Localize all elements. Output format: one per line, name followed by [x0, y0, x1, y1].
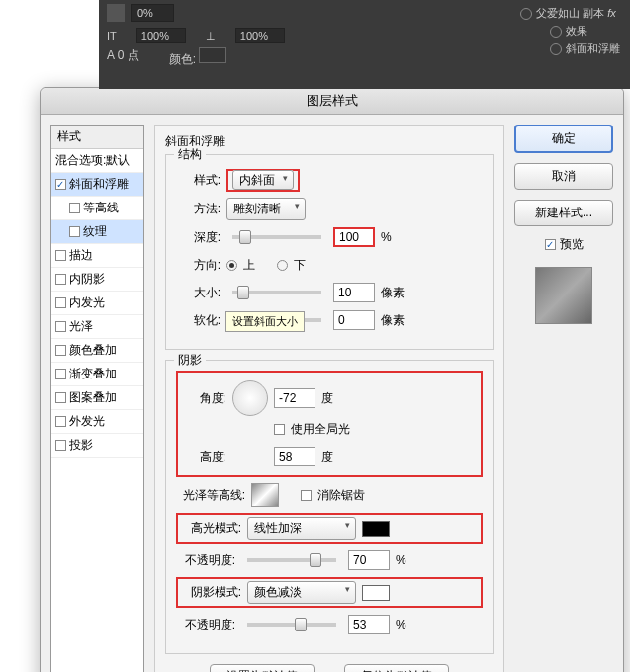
size-input-b[interactable] — [235, 28, 285, 43]
highlight-mode-select[interactable]: 线性加深 — [247, 517, 356, 540]
style-item-label: 斜面和浮雕 — [69, 176, 129, 193]
style-checkbox[interactable] — [55, 369, 66, 379]
style-item-外发光[interactable]: 外发光 — [51, 410, 143, 434]
style-checkbox[interactable] — [55, 345, 66, 356]
style-item-斜面和浮雕[interactable]: 斜面和浮雕 — [51, 173, 143, 197]
style-item-投影[interactable]: 投影 — [51, 434, 143, 458]
app-toolbar: 0% 父爱如山 副本 fx 效果 斜面和浮雕 IT ⊥ A 0 点 颜色: — [99, 0, 630, 89]
style-checkbox[interactable] — [55, 250, 66, 261]
style-item-描边[interactable]: 描边 — [51, 244, 143, 268]
global-light-checkbox[interactable] — [274, 424, 285, 435]
depth-input[interactable]: 100 — [333, 227, 375, 247]
angle-dial[interactable] — [232, 380, 268, 416]
tool-icon[interactable] — [107, 4, 125, 22]
gloss-contour-picker[interactable] — [251, 483, 279, 507]
direction-label: 方向: — [176, 257, 221, 274]
style-item-label: 投影 — [69, 437, 93, 454]
ok-button[interactable]: 确定 — [514, 125, 613, 153]
style-checkbox[interactable] — [55, 297, 66, 308]
color-swatch[interactable] — [199, 47, 226, 63]
style-checkbox[interactable] — [69, 203, 80, 213]
style-item-label: 图案叠加 — [69, 389, 117, 406]
style-item-渐变叠加[interactable]: 渐变叠加 — [51, 363, 143, 386]
shadow-mode-label: 阴影模式: — [182, 584, 241, 601]
opacity-dropdown[interactable]: 0% — [131, 4, 174, 22]
soften-label: 软化: — [176, 312, 221, 329]
style-item-label: 内阴影 — [69, 271, 105, 288]
style-item-颜色叠加[interactable]: 颜色叠加 — [51, 339, 143, 363]
style-checkbox[interactable] — [55, 274, 66, 285]
structure-group: 结构 样式: 内斜面 方法: 雕刻清晰 深度: 100 % 方向: 上 — [165, 154, 494, 350]
antialias-label: 消除锯齿 — [317, 487, 365, 504]
style-item-纹理[interactable]: 纹理 — [51, 220, 143, 244]
global-light-label: 使用全局光 — [291, 421, 350, 438]
shadow-opacity-slider[interactable] — [247, 623, 336, 627]
new-style-button[interactable]: 新建样式... — [514, 200, 613, 226]
depth-slider[interactable] — [232, 235, 321, 239]
shadow-color-swatch[interactable] — [362, 585, 390, 601]
size-input-a[interactable] — [136, 28, 186, 43]
style-item-label: 渐变叠加 — [69, 366, 117, 382]
method-select[interactable]: 雕刻清晰 — [226, 198, 306, 220]
style-item-内阴影[interactable]: 内阴影 — [51, 268, 143, 292]
style-checkbox[interactable] — [55, 321, 66, 332]
style-item-label: 内发光 — [69, 294, 105, 311]
size-slider[interactable] — [232, 291, 321, 294]
antialias-checkbox[interactable] — [301, 490, 312, 501]
bevel-panel: 斜面和浮雕 结构 样式: 内斜面 方法: 雕刻清晰 深度: 100 % — [154, 125, 504, 672]
style-checkbox[interactable] — [55, 179, 66, 190]
style-checkbox[interactable] — [55, 440, 66, 451]
shading-group: 阴影 角度: -72 度 使用全局光 高度: — [165, 360, 494, 654]
shadow-mode-select[interactable]: 颜色减淡 — [247, 581, 356, 604]
preview-checkbox[interactable] — [545, 239, 556, 250]
visibility-icon[interactable] — [520, 8, 532, 20]
baseline-value[interactable]: 0 点 — [118, 48, 139, 62]
preview-thumbnail — [535, 267, 592, 324]
style-checkbox[interactable] — [55, 416, 66, 427]
gloss-contour-label: 光泽等高线: — [176, 487, 245, 504]
shadow-opacity-input[interactable]: 53 — [348, 615, 390, 634]
highlight-opacity-input[interactable]: 70 — [348, 550, 390, 570]
size-label: 大小: — [176, 285, 221, 301]
style-select[interactable]: 内斜面 — [232, 170, 294, 190]
highlight-color-swatch[interactable] — [362, 521, 390, 537]
dialog-title: 图层样式 — [41, 88, 623, 115]
style-checkbox[interactable] — [55, 392, 66, 403]
fx-effects-label[interactable]: 效果 — [566, 25, 587, 37]
highlight-opacity-slider[interactable] — [247, 558, 336, 562]
tooltip: 设置斜面大小 — [225, 311, 305, 332]
blend-options-row[interactable]: 混合选项:默认 — [51, 149, 143, 173]
fx-badge[interactable]: fx — [607, 7, 616, 19]
angle-label: 角度: — [182, 390, 226, 407]
structure-legend: 结构 — [174, 146, 206, 163]
layer-name[interactable]: 父爱如山 副本 — [536, 7, 604, 19]
angle-input[interactable]: -72 — [274, 388, 315, 408]
fx-bevel-label[interactable]: 斜面和浮雕 — [566, 42, 620, 54]
set-default-button[interactable]: 设置为默认值 — [210, 664, 315, 672]
altitude-input[interactable]: 58 — [274, 447, 315, 466]
style-label: 样式: — [176, 172, 221, 189]
style-checkbox[interactable] — [69, 226, 80, 237]
layer-style-dialog: 图层样式 样式 混合选项:默认 斜面和浮雕等高线纹理描边内阴影内发光光泽颜色叠加… — [40, 87, 624, 672]
highlight-opacity-label: 不透明度: — [176, 552, 235, 569]
direction-down-radio[interactable] — [277, 260, 288, 271]
shading-legend: 阴影 — [174, 352, 206, 369]
visibility-icon[interactable] — [550, 26, 562, 38]
style-item-内发光[interactable]: 内发光 — [51, 292, 143, 315]
reset-default-button[interactable]: 复位为默认值 — [344, 664, 449, 672]
altitude-label: 高度: — [182, 449, 226, 465]
styles-header[interactable]: 样式 — [51, 126, 143, 149]
color-label: 颜色: — [169, 52, 196, 66]
style-list: 样式 混合选项:默认 斜面和浮雕等高线纹理描边内阴影内发光光泽颜色叠加渐变叠加图… — [50, 125, 144, 672]
style-item-label: 光泽 — [69, 318, 93, 335]
layers-panel-snippet: 父爱如山 副本 fx 效果 斜面和浮雕 — [520, 4, 620, 57]
style-item-图案叠加[interactable]: 图案叠加 — [51, 386, 143, 410]
pct-unit: % — [381, 230, 392, 244]
visibility-icon[interactable] — [550, 43, 562, 55]
soften-input[interactable]: 0 — [333, 310, 375, 330]
style-item-等高线[interactable]: 等高线 — [51, 197, 143, 220]
direction-up-radio[interactable] — [226, 260, 237, 271]
style-item-光泽[interactable]: 光泽 — [51, 315, 143, 339]
cancel-button[interactable]: 取消 — [514, 163, 613, 190]
size-input[interactable]: 10 — [333, 283, 375, 302]
